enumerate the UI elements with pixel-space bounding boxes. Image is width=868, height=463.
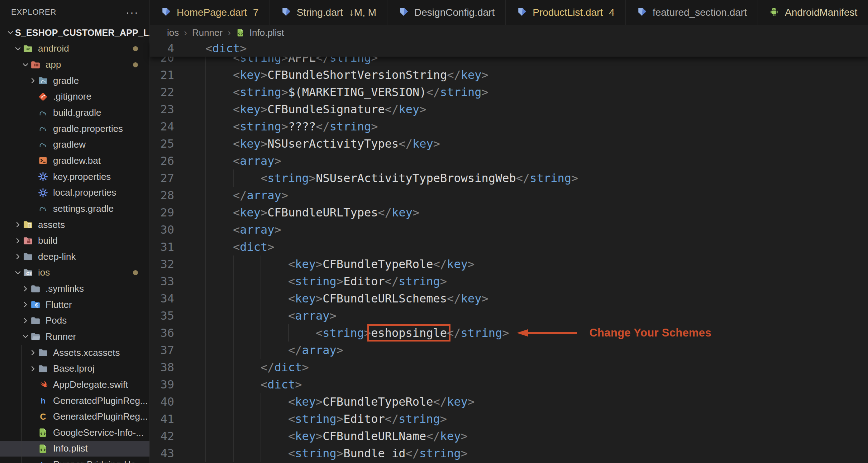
tab-homepage-dart[interactable]: HomePage.dart7 xyxy=(150,0,270,25)
code-line[interactable]: 36<string>eshopsingle</string>Change You… xyxy=(150,324,868,342)
h-icon: h xyxy=(38,395,48,406)
tab-androidmanifest[interactable]: AndroidManifest xyxy=(758,0,868,25)
tree-item-label: ios xyxy=(38,267,50,278)
tree-item-deep-link[interactable]: deep-link xyxy=(0,249,149,265)
tree-item-generatedpluginreg-[interactable]: hGeneratedPluginReg... xyxy=(0,393,149,409)
code-line[interactable]: 35<array> xyxy=(150,307,868,324)
line-number[interactable]: 21 xyxy=(150,66,205,83)
tree-item-label: Assets.xcassets xyxy=(53,347,120,358)
code-line[interactable]: 40<key>CFBundleTypeRole</key> xyxy=(150,393,868,410)
line-number[interactable]: 33 xyxy=(150,273,205,290)
chevron-right-icon xyxy=(28,75,38,86)
tree-item--symlinks[interactable]: .symlinks xyxy=(0,281,149,297)
line-number[interactable]: 34 xyxy=(150,290,205,307)
line-number[interactable]: 31 xyxy=(150,238,205,256)
tree-item-app[interactable]: app xyxy=(0,57,149,73)
code-line[interactable]: 21<key>CFBundleShortVersionString</key> xyxy=(150,66,868,83)
code-line[interactable]: 26<array> xyxy=(150,152,868,170)
tree-item-gradle-properties[interactable]: gradle.properties xyxy=(0,121,149,137)
punct-token: </ xyxy=(447,66,461,83)
tree-item-assets-xcassets[interactable]: Assets.xcassets xyxy=(0,345,149,361)
tag-token: string xyxy=(419,445,461,462)
tag-token: string xyxy=(440,83,482,101)
breadcrumb-file[interactable]: Info.plist xyxy=(249,27,284,38)
code-line[interactable]: 23<key>CFBundleSignature</key> xyxy=(150,101,868,118)
tab-productlist-dart[interactable]: ProductList.dart4 xyxy=(506,0,626,25)
line-number[interactable]: 37 xyxy=(150,342,205,359)
code-line[interactable]: 32<key>CFBundleTypeRole</key> xyxy=(150,256,868,273)
code-line[interactable]: 34<key>CFBundleURLSchemes</key> xyxy=(150,290,868,307)
tree-item-runner-bridging-he-[interactable]: hRunner-Bridging-He... xyxy=(0,457,149,463)
tree-item-ios[interactable]: iOSios xyxy=(0,265,149,281)
tag-token: key xyxy=(295,393,316,410)
code-line[interactable]: 25<key>NSUserActivityTypes</key> xyxy=(150,135,868,152)
line-number[interactable]: 23 xyxy=(150,101,205,118)
tree-item-runner[interactable]: Runner xyxy=(0,329,149,345)
tree-item-gradle[interactable]: gradle xyxy=(0,73,149,89)
line-number[interactable]: 35 xyxy=(150,307,205,324)
line-number[interactable]: 22 xyxy=(150,83,205,101)
code-line[interactable]: 28</array> xyxy=(150,187,868,204)
tree-item-generatedpluginreg-[interactable]: CGeneratedPluginReg... xyxy=(0,409,149,425)
line-number[interactable]: 40 xyxy=(150,393,205,410)
tree-item-android[interactable]: android xyxy=(0,41,149,57)
tree-item-base-lproj[interactable]: Base.lproj xyxy=(0,361,149,377)
line-number[interactable]: 43 xyxy=(150,445,205,462)
tree-item-build-gradle[interactable]: build.gradle xyxy=(0,105,149,121)
tree-item-googleservice-info-[interactable]: GoogleService-Info-... xyxy=(0,425,149,441)
line-number[interactable]: 30 xyxy=(150,221,205,238)
tab-string-dart[interactable]: String.dart↓M, M xyxy=(270,0,387,25)
tree-item-local-properties[interactable]: local.properties xyxy=(0,185,149,201)
code-line[interactable]: 27<string>NSUserActivityTypeBrowsingWeb<… xyxy=(150,170,868,187)
tree-item-info-plist[interactable]: Info.plist xyxy=(0,441,149,457)
code-line[interactable]: 22<string>$(MARKETING_VERSION)</string> xyxy=(150,83,868,101)
tree-item-key-properties[interactable]: key.properties xyxy=(0,169,149,185)
tab-featured-section-dart[interactable]: featured_section.dart xyxy=(626,0,758,25)
code-line[interactable]: 29<key>CFBundleURLTypes</key> xyxy=(150,204,868,221)
tree-item-build[interactable]: build xyxy=(0,233,149,249)
code-line[interactable]: 30<array> xyxy=(150,221,868,238)
sticky-code-line[interactable]: 4<dict> xyxy=(150,40,868,57)
line-number[interactable]: 4 xyxy=(150,40,205,57)
code-line[interactable]: 41<string>Editor</string> xyxy=(150,410,868,428)
line-number[interactable]: 24 xyxy=(150,118,205,135)
tree-item-appdelegate-swift[interactable]: AppDelegate.swift xyxy=(0,377,149,393)
code-line[interactable]: 38</dict> xyxy=(150,359,868,376)
line-number[interactable]: 27 xyxy=(150,170,205,187)
tree-item-s-eshop-customer-app-la-[interactable]: S_ESHOP_CUSTOMER_APP_LA... xyxy=(0,25,149,41)
tree-item-pods[interactable]: Pods xyxy=(0,313,149,329)
line-number[interactable]: 36 xyxy=(150,324,205,342)
code-line[interactable]: 24<string>????</string> xyxy=(150,118,868,135)
punct-token: </ xyxy=(233,187,247,204)
tree-item-gradlew-bat[interactable]: gradlew.bat xyxy=(0,153,149,169)
line-number[interactable]: 41 xyxy=(150,410,205,428)
line-number[interactable]: 29 xyxy=(150,204,205,221)
tree-item--gitignore[interactable]: .gitignore xyxy=(0,89,149,105)
code-line[interactable]: 31<dict> xyxy=(150,238,868,256)
code-line[interactable]: 39<dict> xyxy=(150,376,868,393)
code-line[interactable]: 43<string>Bundle id</string> xyxy=(150,445,868,462)
tree-item-gradlew[interactable]: gradlew xyxy=(0,137,149,153)
explorer-actions-icon[interactable]: ··· xyxy=(126,9,139,16)
line-number[interactable]: 42 xyxy=(150,428,205,445)
code-line[interactable]: 42<key>CFBundleURLName</key> xyxy=(150,428,868,445)
tag-token: string xyxy=(530,170,571,187)
tree-item-flutter[interactable]: Flutter xyxy=(0,297,149,313)
folder-icon xyxy=(38,347,48,358)
code-line[interactable]: 33<string>Editor</string> xyxy=(150,273,868,290)
line-number[interactable]: 26 xyxy=(150,152,205,170)
tree-item-assets[interactable]: assets xyxy=(0,217,149,233)
line-number[interactable]: 32 xyxy=(150,256,205,273)
line-number[interactable]: 28 xyxy=(150,187,205,204)
indent-guides xyxy=(205,359,261,376)
tree-item-settings-gradle[interactable]: settings.gradle xyxy=(0,201,149,217)
indent-guides xyxy=(205,221,233,238)
git-icon xyxy=(38,91,48,102)
breadcrumb-segment[interactable]: ios xyxy=(167,27,179,38)
tab-designconfig-dart[interactable]: DesignConfig.dart xyxy=(387,0,506,25)
code-line[interactable]: 37</array> xyxy=(150,342,868,359)
line-number[interactable]: 39 xyxy=(150,376,205,393)
line-number[interactable]: 25 xyxy=(150,135,205,152)
line-number[interactable]: 38 xyxy=(150,359,205,376)
breadcrumb-segment[interactable]: Runner xyxy=(192,27,223,38)
